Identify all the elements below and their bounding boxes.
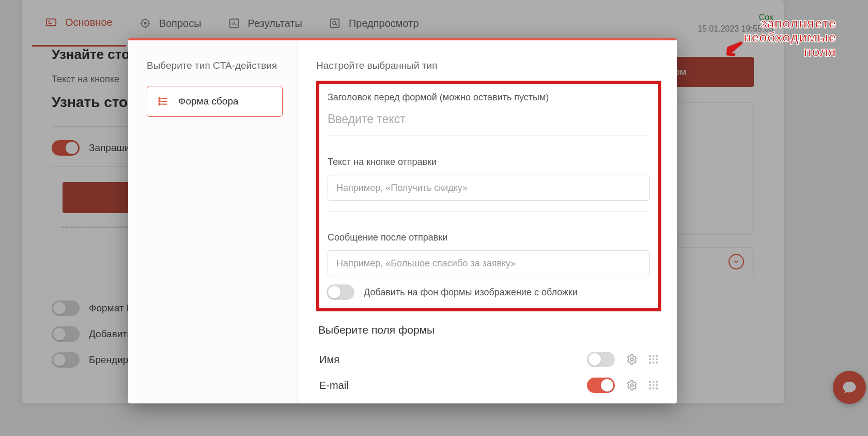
gear-icon[interactable] [626,380,638,391]
after-message-label: Сообщение после отправки [328,232,650,243]
svg-point-23 [630,384,633,387]
form-field-label: Имя [319,354,339,366]
cta-option-label: Форма сбора [178,96,239,107]
form-field-label: E-mail [319,380,349,392]
drag-handle-icon[interactable] [649,381,658,390]
modal-right-title: Настройте выбранный тип [316,60,661,71]
svg-point-22 [630,358,633,361]
field-toggle-email[interactable] [587,378,615,393]
svg-point-21 [159,103,160,105]
choose-fields-title: Выберите поля формы [318,324,661,336]
highlighted-config-box: Заголовок перед формой (можно оставить п… [316,81,661,311]
modal-left-title: Выберите тип CTA-действия [147,60,283,71]
modal-right-pane: Настройте выбранный тип Заголовок перед … [298,40,677,403]
divider [328,211,650,212]
modal-left-pane: Выберите тип CTA-действия Форма сбора [128,40,298,403]
divider [328,136,650,136]
form-header-label: Заголовок перед формой (можно оставить п… [328,92,650,103]
form-header-input[interactable]: Введите текст [328,110,650,134]
field-toggle-name[interactable] [587,352,615,367]
list-icon [158,96,169,107]
cta-option-form[interactable]: Форма сбора [147,86,283,117]
svg-point-19 [159,98,160,99]
form-header-group: Заголовок перед формой (можно оставить п… [327,89,651,154]
form-field-row-email: E-mail [316,372,661,398]
gear-icon[interactable] [626,354,638,365]
cta-modal: Выберите тип CTA-действия Форма сбора На… [128,38,677,403]
svg-point-20 [159,101,160,102]
after-message-group: Сообщение после отправки [327,229,651,279]
after-message-input[interactable] [328,250,650,276]
bg-image-toggle-row: Добавить на фон формы изображение с обло… [327,284,651,300]
bg-image-toggle[interactable] [327,284,354,300]
submit-text-input[interactable] [328,175,650,201]
form-field-row-name: Имя [316,347,661,372]
submit-text-group: Текст на кнопке отправки [327,154,651,229]
bg-image-toggle-label: Добавить на фон формы изображение с обло… [364,287,578,298]
drag-handle-icon[interactable] [649,355,658,364]
submit-text-label: Текст на кнопке отправки [328,157,650,168]
